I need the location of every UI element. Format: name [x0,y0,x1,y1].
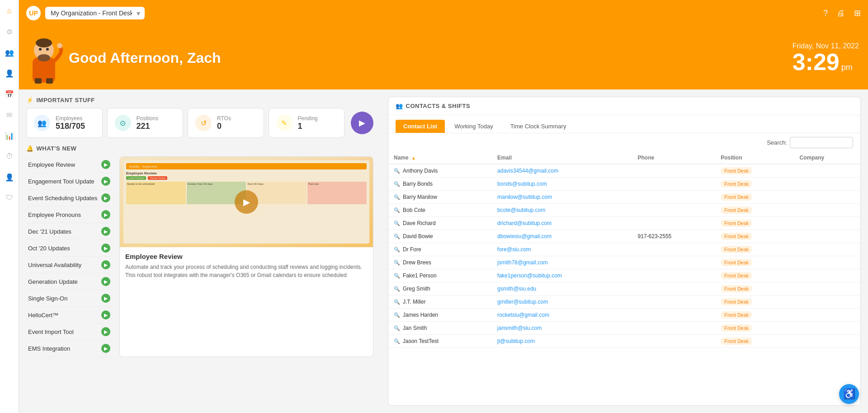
email-link[interactable]: jt@subitup.com [497,338,535,344]
col-phone[interactable]: Phone [632,152,716,164]
email-link[interactable]: bonds@subitup.com [497,181,547,187]
cell-name: 🔍 Barry Bonds [388,178,492,191]
sidebar: ⌂ ⚙ 👥 👤 📅 ✉ 📊 ⏱ 👤 🛡 [0,0,19,413]
play-button[interactable]: ▶ [235,190,258,214]
stat-positions[interactable]: ⊙ Positions 221 [107,108,184,138]
email-link[interactable]: manilow@subitup.com [497,194,552,200]
sidebar-icon-groups[interactable]: 👤 [3,67,16,80]
table-row[interactable]: 🔍 Drew Brees jsmith78@gmail.com Front De… [388,256,860,269]
hero-date: Friday, Nov 11, 2022 [793,42,859,50]
mascot [19,31,69,85]
news-item-generation[interactable]: Generation Update ▶ [26,273,112,290]
sidebar-icon-calendar[interactable]: 📅 [3,88,16,100]
email-link[interactable]: gmiller@subitup.com [497,299,548,305]
news-item-dec21[interactable]: Dec '21 Updates ▶ [26,223,112,240]
table-row[interactable]: 🔍 Barry Bonds bonds@subitup.com Front De… [388,178,860,191]
sidebar-icon-mail[interactable]: ✉ [3,108,16,121]
sidebar-icon-settings[interactable]: ⚙ [3,25,16,38]
table-row[interactable]: 🔍 James Harden rocketsiu@gmail.com Front… [388,309,860,322]
cell-company [794,217,860,230]
contacts-title: 👥 CONTACTS & SHIFTS [396,103,470,109]
tab-time-clock-summary[interactable]: Time Clock Summary [503,120,574,133]
news-item-ems[interactable]: EMS Integration ▶ [26,340,112,357]
svg-point-4 [39,48,42,51]
contacts-tabs: Contact List Working Today Time Clock Su… [388,115,860,133]
news-arrow-1: ▶ [101,177,110,186]
stat-rtos[interactable]: ↺ RTOs 0 [188,108,264,138]
news-arrow-2: ▶ [101,193,110,202]
email-link[interactable]: drichard@subitup.com [497,220,552,226]
col-email[interactable]: Email [492,152,632,164]
table-row[interactable]: 🔍 Fake1 Person fake1person@subitup.com F… [388,269,860,282]
table-row[interactable]: 🔍 Dave Richard drichard@subitup.com Fron… [388,217,860,230]
org-dropdown[interactable] [45,7,145,19]
email-link[interactable]: fore@siu.com [497,246,531,253]
sidebar-icon-home[interactable]: ⌂ [3,5,16,17]
news-item-event-scheduling[interactable]: Event Scheduling Updates ▶ [26,190,112,206]
sidebar-icon-chart[interactable]: 📊 [3,129,16,142]
cell-position: Front Desk [715,204,794,217]
cell-phone [632,282,716,296]
news-item-engagement-tool[interactable]: Engagement Tool Update ▶ [26,173,112,190]
table-row[interactable]: 🔍 Barry Manilow manilow@subitup.com Fron… [388,191,860,204]
col-position[interactable]: Position [715,152,794,164]
email-link[interactable]: jsmith78@gmail.com [497,259,548,266]
cell-company [794,204,860,217]
cell-phone [632,322,716,335]
table-row[interactable]: 🔍 Greg Smith gsmith@siu.edu Front Desk [388,282,860,296]
cell-phone [632,269,716,282]
cell-position: Front Desk [715,282,794,296]
sidebar-icon-user[interactable]: 👤 [3,171,16,183]
accessibility-button[interactable]: ♿ [839,384,859,404]
cell-phone [632,191,716,204]
news-item-employee-review[interactable]: Employee Review ▶ [26,156,112,173]
news-item-employee-pronouns[interactable]: Employee Pronouns ▶ [26,206,112,223]
email-link[interactable]: bcote@subitup.com [497,207,545,213]
news-arrow-5: ▶ [101,244,110,253]
news-item-sso[interactable]: Single Sign-On ▶ [26,290,112,307]
tab-working-today[interactable]: Working Today [447,120,501,133]
news-item-oct20[interactable]: Oct '20 Updates ▶ [26,240,112,257]
table-row[interactable]: 🔍 J.T. Miller gmiller@subitup.com Front … [388,296,860,309]
help-icon[interactable]: ? [823,9,828,18]
cell-name: 🔍 Barry Manilow [388,191,492,204]
cell-phone [632,178,716,191]
table-row[interactable]: 🔍 David Bowie dbowiesiu@gmail.com 917-62… [388,230,860,243]
search-input[interactable] [790,137,853,148]
table-row[interactable]: 🔍 Bob Cote bcote@subitup.com Front Desk [388,204,860,217]
col-name[interactable]: Name ▲ [388,152,492,164]
email-link[interactable]: rocketsiu@gmail.com [497,312,549,318]
email-link[interactable]: fake1person@subitup.com [497,272,562,279]
extra-stat-button[interactable]: ▶ [351,112,373,134]
table-row[interactable]: 🔍 Jason TestTest jt@subitup.com Front De… [388,335,860,348]
cell-name: 🔍 James Harden [388,309,492,322]
email-link[interactable]: adavis34544@gmail.com [497,168,558,174]
news-item-hellocert[interactable]: HelloCert™ ▶ [26,307,112,324]
sidebar-icon-clock[interactable]: ⏱ [3,150,16,163]
news-item-event-import[interactable]: Event Import Tool ▶ [26,324,112,340]
news-arrow-8: ▶ [101,294,110,303]
svg-point-2 [36,38,52,47]
table-row[interactable]: 🔍 Anthony Davis adavis34544@gmail.com Fr… [388,164,860,178]
cell-position: Front Desk [715,243,794,256]
cell-name: 🔍 J.T. Miller [388,296,492,309]
news-item-universal[interactable]: Universal Availability ▶ [26,257,112,273]
grid-icon[interactable]: ⊞ [854,8,861,18]
tab-contact-list[interactable]: Contact List [396,120,445,133]
stat-pending[interactable]: ✎ Pending 1 [269,108,345,138]
sidebar-icon-people[interactable]: 👥 [3,46,16,59]
cell-name: 🔍 Dr Fore [388,243,492,256]
sidebar-icon-shield[interactable]: 🛡 [3,192,16,204]
email-link[interactable]: gsmith@siu.edu [497,286,536,292]
email-link[interactable]: dbowiesiu@gmail.com [497,233,552,239]
news-arrow-11: ▶ [101,344,110,353]
cell-email: jansmith@siu.com [492,322,632,335]
svg-point-5 [46,48,49,51]
print-icon[interactable]: 🖨 [837,9,845,18]
email-link[interactable]: jansmith@siu.com [497,325,542,331]
table-row[interactable]: 🔍 Jan Smith jansmith@siu.com Front Desk [388,322,860,335]
col-company[interactable]: Company [794,152,860,164]
app-logo[interactable]: UP [26,6,41,20]
stat-employees[interactable]: 👥 Employees 518/705 [26,108,103,138]
table-row[interactable]: 🔍 Dr Fore fore@siu.com Front Desk [388,243,860,256]
